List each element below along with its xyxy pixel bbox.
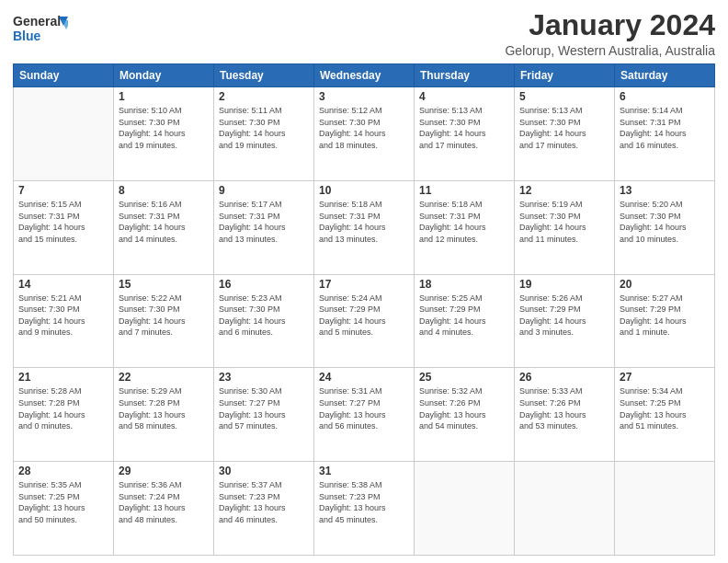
day-info: Sunrise: 5:11 AM Sunset: 7:30 PM Dayligh…	[219, 105, 309, 151]
calendar-cell: 6Sunrise: 5:14 AM Sunset: 7:31 PM Daylig…	[615, 87, 715, 181]
calendar-cell: 16Sunrise: 5:23 AM Sunset: 7:30 PM Dayli…	[214, 274, 314, 368]
title-area: January 2024 Gelorup, Western Australia,…	[505, 9, 715, 58]
day-number: 5	[519, 90, 609, 103]
calendar-cell: 17Sunrise: 5:24 AM Sunset: 7:29 PM Dayli…	[314, 274, 415, 368]
day-info: Sunrise: 5:12 AM Sunset: 7:30 PM Dayligh…	[319, 105, 409, 151]
weekday-header-monday: Monday	[114, 64, 214, 87]
day-number: 9	[219, 184, 309, 197]
week-row-2: 14Sunrise: 5:21 AM Sunset: 7:30 PM Dayli…	[14, 274, 715, 368]
calendar-cell: 31Sunrise: 5:38 AM Sunset: 7:23 PM Dayli…	[314, 462, 415, 556]
day-info: Sunrise: 5:21 AM Sunset: 7:30 PM Dayligh…	[18, 293, 108, 339]
day-info: Sunrise: 5:15 AM Sunset: 7:31 PM Dayligh…	[18, 199, 108, 245]
day-number: 13	[620, 184, 710, 197]
day-info: Sunrise: 5:18 AM Sunset: 7:31 PM Dayligh…	[419, 199, 509, 245]
calendar-cell: 21Sunrise: 5:28 AM Sunset: 7:28 PM Dayli…	[14, 368, 114, 462]
day-info: Sunrise: 5:13 AM Sunset: 7:30 PM Dayligh…	[419, 105, 509, 151]
day-info: Sunrise: 5:10 AM Sunset: 7:30 PM Dayligh…	[119, 105, 209, 151]
day-info: Sunrise: 5:16 AM Sunset: 7:31 PM Dayligh…	[119, 199, 209, 245]
day-number: 28	[18, 465, 108, 477]
calendar-body: 1Sunrise: 5:10 AM Sunset: 7:30 PM Daylig…	[14, 87, 715, 556]
calendar-cell: 20Sunrise: 5:27 AM Sunset: 7:29 PM Dayli…	[615, 274, 715, 368]
day-info: Sunrise: 5:35 AM Sunset: 7:25 PM Dayligh…	[18, 479, 108, 525]
calendar-cell: 7Sunrise: 5:15 AM Sunset: 7:31 PM Daylig…	[14, 180, 114, 274]
day-number: 6	[620, 90, 710, 103]
day-number: 22	[119, 371, 209, 384]
day-number: 15	[119, 278, 209, 291]
calendar-cell: 23Sunrise: 5:30 AM Sunset: 7:27 PM Dayli…	[214, 368, 314, 462]
day-number: 4	[419, 90, 509, 103]
day-number: 14	[18, 278, 108, 291]
calendar-table: SundayMondayTuesdayWednesdayThursdayFrid…	[13, 63, 715, 556]
day-info: Sunrise: 5:31 AM Sunset: 7:27 PM Dayligh…	[319, 385, 409, 431]
day-info: Sunrise: 5:25 AM Sunset: 7:29 PM Dayligh…	[419, 293, 509, 339]
day-number: 8	[119, 184, 209, 197]
day-number: 11	[419, 184, 509, 197]
calendar-cell: 24Sunrise: 5:31 AM Sunset: 7:27 PM Dayli…	[314, 368, 415, 462]
day-number: 25	[419, 371, 509, 384]
day-info: Sunrise: 5:33 AM Sunset: 7:26 PM Dayligh…	[519, 385, 609, 431]
day-number: 7	[18, 184, 108, 197]
calendar-cell: 9Sunrise: 5:17 AM Sunset: 7:31 PM Daylig…	[214, 180, 314, 274]
week-row-3: 21Sunrise: 5:28 AM Sunset: 7:28 PM Dayli…	[14, 368, 715, 462]
weekday-header-friday: Friday	[515, 64, 615, 87]
day-info: Sunrise: 5:24 AM Sunset: 7:29 PM Dayligh…	[319, 293, 409, 339]
day-number: 24	[319, 371, 409, 384]
calendar-cell: 18Sunrise: 5:25 AM Sunset: 7:29 PM Dayli…	[415, 274, 515, 368]
day-number: 26	[519, 371, 609, 384]
calendar-cell: 5Sunrise: 5:13 AM Sunset: 7:30 PM Daylig…	[515, 87, 615, 181]
day-info: Sunrise: 5:32 AM Sunset: 7:26 PM Dayligh…	[419, 385, 509, 431]
day-number: 29	[119, 465, 209, 477]
month-title: January 2024	[505, 9, 715, 41]
day-number: 2	[219, 90, 309, 103]
calendar-cell: 3Sunrise: 5:12 AM Sunset: 7:30 PM Daylig…	[314, 87, 415, 181]
day-number: 10	[319, 184, 409, 197]
day-info: Sunrise: 5:34 AM Sunset: 7:25 PM Dayligh…	[620, 385, 710, 431]
day-number: 19	[519, 278, 609, 291]
calendar-cell: 19Sunrise: 5:26 AM Sunset: 7:29 PM Dayli…	[515, 274, 615, 368]
calendar-cell: 27Sunrise: 5:34 AM Sunset: 7:25 PM Dayli…	[615, 368, 715, 462]
calendar-cell: 4Sunrise: 5:13 AM Sunset: 7:30 PM Daylig…	[415, 87, 515, 181]
svg-text:General: General	[13, 14, 61, 29]
week-row-0: 1Sunrise: 5:10 AM Sunset: 7:30 PM Daylig…	[14, 87, 715, 181]
day-info: Sunrise: 5:29 AM Sunset: 7:28 PM Dayligh…	[119, 385, 209, 431]
calendar-cell: 30Sunrise: 5:37 AM Sunset: 7:23 PM Dayli…	[214, 462, 314, 556]
calendar-cell: 11Sunrise: 5:18 AM Sunset: 7:31 PM Dayli…	[415, 180, 515, 274]
calendar-cell	[515, 462, 615, 556]
calendar-cell	[415, 462, 515, 556]
week-row-4: 28Sunrise: 5:35 AM Sunset: 7:25 PM Dayli…	[14, 462, 715, 556]
day-info: Sunrise: 5:17 AM Sunset: 7:31 PM Dayligh…	[219, 199, 309, 245]
weekday-header-thursday: Thursday	[415, 64, 515, 87]
day-number: 1	[119, 90, 209, 103]
day-info: Sunrise: 5:30 AM Sunset: 7:27 PM Dayligh…	[219, 385, 309, 431]
day-number: 27	[620, 371, 710, 384]
calendar-header: SundayMondayTuesdayWednesdayThursdayFrid…	[14, 64, 715, 87]
calendar-cell: 28Sunrise: 5:35 AM Sunset: 7:25 PM Dayli…	[14, 462, 114, 556]
calendar-cell: 10Sunrise: 5:18 AM Sunset: 7:31 PM Dayli…	[314, 180, 415, 274]
calendar-cell: 8Sunrise: 5:16 AM Sunset: 7:31 PM Daylig…	[114, 180, 214, 274]
day-number: 30	[219, 465, 309, 477]
day-number: 31	[319, 465, 409, 477]
calendar-cell: 1Sunrise: 5:10 AM Sunset: 7:30 PM Daylig…	[114, 87, 214, 181]
calendar-cell: 22Sunrise: 5:29 AM Sunset: 7:28 PM Dayli…	[114, 368, 214, 462]
calendar-cell: 2Sunrise: 5:11 AM Sunset: 7:30 PM Daylig…	[214, 87, 314, 181]
weekday-header-wednesday: Wednesday	[314, 64, 415, 87]
weekday-header-tuesday: Tuesday	[214, 64, 314, 87]
calendar-cell	[615, 462, 715, 556]
weekday-header-saturday: Saturday	[615, 64, 715, 87]
day-number: 12	[519, 184, 609, 197]
day-number: 17	[319, 278, 409, 291]
day-info: Sunrise: 5:28 AM Sunset: 7:28 PM Dayligh…	[18, 385, 108, 431]
day-info: Sunrise: 5:27 AM Sunset: 7:29 PM Dayligh…	[620, 293, 710, 339]
day-info: Sunrise: 5:18 AM Sunset: 7:31 PM Dayligh…	[319, 199, 409, 245]
day-info: Sunrise: 5:14 AM Sunset: 7:31 PM Dayligh…	[620, 105, 710, 151]
calendar-cell: 14Sunrise: 5:21 AM Sunset: 7:30 PM Dayli…	[14, 274, 114, 368]
calendar-cell: 29Sunrise: 5:36 AM Sunset: 7:24 PM Dayli…	[114, 462, 214, 556]
calendar-cell: 25Sunrise: 5:32 AM Sunset: 7:26 PM Dayli…	[415, 368, 515, 462]
day-number: 20	[620, 278, 710, 291]
week-row-1: 7Sunrise: 5:15 AM Sunset: 7:31 PM Daylig…	[14, 180, 715, 274]
day-info: Sunrise: 5:36 AM Sunset: 7:24 PM Dayligh…	[119, 479, 209, 525]
day-info: Sunrise: 5:22 AM Sunset: 7:30 PM Dayligh…	[119, 293, 209, 339]
svg-marker-3	[62, 20, 68, 29]
calendar-cell: 13Sunrise: 5:20 AM Sunset: 7:30 PM Dayli…	[615, 180, 715, 274]
calendar-cell	[14, 87, 114, 181]
